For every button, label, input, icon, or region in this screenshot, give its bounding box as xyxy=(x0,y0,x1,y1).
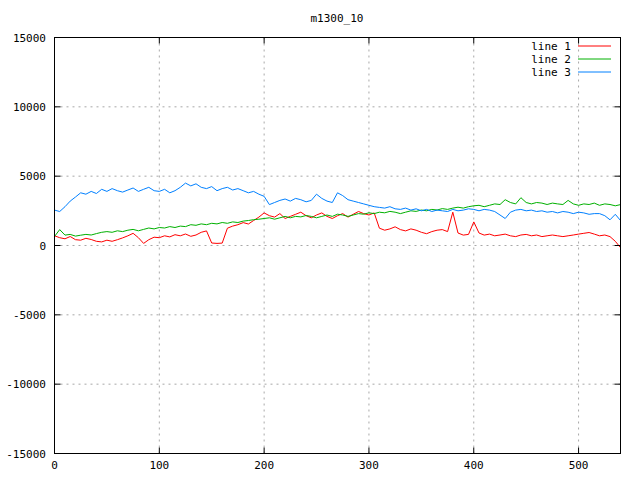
x-tick-label: 300 xyxy=(359,459,379,472)
chart-title: m1300_10 xyxy=(311,12,364,25)
grid-layer xyxy=(55,38,621,454)
y-tick-label: 5000 xyxy=(20,170,47,183)
legend-label: line 2 xyxy=(531,53,571,66)
y-tick-label: 0 xyxy=(39,240,46,253)
series-layer xyxy=(55,183,621,248)
series-line-3 xyxy=(55,183,621,220)
chart-window: 0100200300400500-15000-10000-50000500010… xyxy=(0,0,640,480)
y-tick-label: -5000 xyxy=(13,309,46,322)
series-line-1 xyxy=(55,212,621,248)
y-tick-label: -15000 xyxy=(6,448,46,461)
x-tick-label: 400 xyxy=(464,459,484,472)
label-layer: 0100200300400500-15000-10000-50000500010… xyxy=(6,32,588,473)
series-line-2 xyxy=(55,198,621,237)
chart-canvas: 0100200300400500-15000-10000-50000500010… xyxy=(0,0,640,480)
legend-label: line 1 xyxy=(531,40,571,53)
legend-label: line 3 xyxy=(531,66,571,79)
legend: line 1line 2line 3 xyxy=(531,40,611,79)
x-tick-label: 100 xyxy=(149,459,169,472)
x-tick-label: 0 xyxy=(51,459,58,472)
y-tick-label: 10000 xyxy=(13,101,46,114)
x-tick-label: 200 xyxy=(254,459,274,472)
x-tick-label: 500 xyxy=(569,459,589,472)
y-tick-label: -10000 xyxy=(6,378,46,391)
y-tick-label: 15000 xyxy=(13,32,46,45)
